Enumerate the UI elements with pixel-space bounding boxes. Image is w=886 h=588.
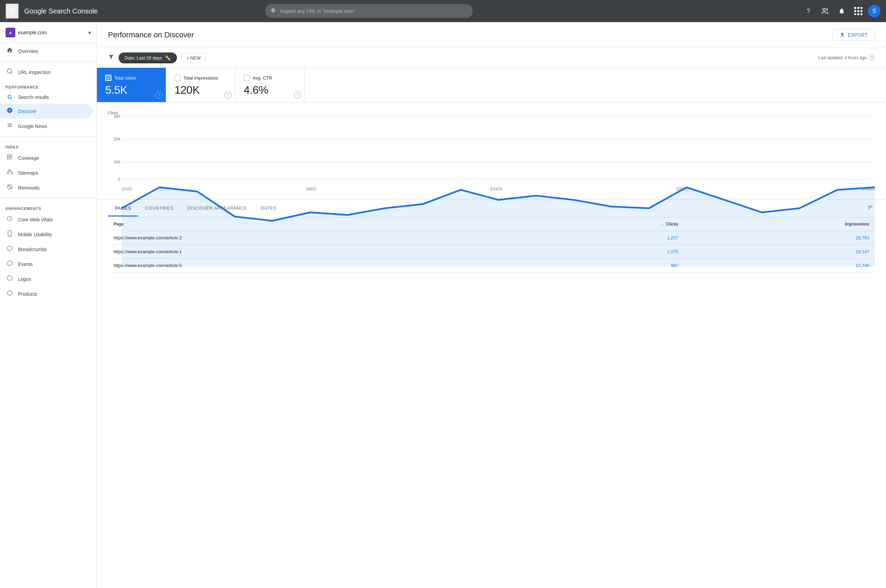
sidebar-item-label-overview: Overview [18,48,38,54]
chart-container: 500 334 166 0 [108,116,875,185]
edit-icon: ✏️ [165,55,171,60]
sidebar-item-removals[interactable]: Removals [0,180,92,195]
divider [0,62,96,62]
chevron-down-icon: ▾ [88,29,91,36]
index-section-label: Index [0,140,96,150]
topbar-actions: ? S [802,4,880,18]
breadcrumbs-icon [6,245,14,253]
new-filter-button[interactable]: + NEW [181,53,206,63]
cwv-icon [6,216,14,224]
sidebar-item-label-search-results: Search results [18,94,49,100]
menu-icon[interactable]: ☰ [6,3,19,19]
sitemaps-icon [6,169,14,177]
metrics-row: ✓ Total clicks 5.5K ? Total impressions … [97,68,886,102]
metric-label-clicks: Total clicks [114,75,136,81]
sidebar-item-discover[interactable]: Discover [0,104,92,118]
sidebar-item-label-products: Products [18,291,37,297]
metric-help-impressions[interactable]: ? [225,92,232,99]
logo-text: Google Search Console [24,7,98,15]
export-button[interactable]: EXPORT [832,29,875,41]
metric-checkbox-ctr [244,75,250,81]
search-input[interactable] [280,8,467,14]
help-icon[interactable]: ? [802,4,815,18]
avatar[interactable]: S [868,5,880,17]
new-filter-label: + NEW [186,56,201,60]
search-bar[interactable]: 🔍 [265,4,473,18]
y-tick-166: 166 [108,160,120,164]
metric-help-clicks[interactable]: ? [155,92,162,99]
svg-marker-15 [7,261,12,266]
filter-icon [108,54,114,62]
chart-y-label: Clicks [108,111,875,115]
search-icon [6,68,14,76]
svg-rect-4 [10,154,12,157]
sidebar-item-search-results[interactable]: G Search results [0,91,92,104]
search-icon: 🔍 [271,8,278,15]
date-filter-chip[interactable]: Date: Last 28 days ✏️ [118,52,177,63]
property-selector[interactable]: e example.com ▾ [0,22,96,43]
home-icon [6,47,14,56]
bell-icon[interactable] [835,4,848,18]
sidebar-item-url-inspection[interactable]: URL inspection [0,64,92,80]
last-updated: Last updated: 4 hours ago ? [818,55,875,61]
svg-point-0 [823,8,826,11]
metric-avg-ctr[interactable]: Avg. CTR 4.6% ? [235,68,305,102]
metric-label-ctr: Avg. CTR [253,75,272,81]
metric-value-ctr: 4.6% [244,84,296,96]
svg-marker-17 [7,291,12,296]
metric-value-clicks: 5.5K [105,84,158,96]
events-icon [6,260,14,268]
svg-marker-16 [7,276,12,281]
sidebar: e example.com ▾ Overview URL inspection … [0,22,97,588]
chart-area: Clicks 500 334 166 0 [97,102,886,200]
sidebar-item-label-removals: Removals [18,185,39,190]
sidebar-item-breadcrumbs[interactable]: Breadcrumbs [0,242,92,256]
layout: e example.com ▾ Overview URL inspection … [0,22,886,588]
divider-2 [0,136,96,136]
page-title: Performance on Discover [108,30,194,39]
sidebar-item-sitemaps[interactable]: Sitemaps [0,165,92,180]
performance-section-label: Performance [0,80,96,91]
topbar: ☰ Google Search Console 🔍 ? S [0,0,886,22]
svg-rect-8 [11,172,12,174]
sidebar-item-label-breadcrumbs: Breadcrumbs [18,247,47,252]
sidebar-item-mobile-usability[interactable]: Mobile Usability [0,227,92,242]
sidebar-item-core-web-vitals[interactable]: Core Web Vitals [0,212,92,227]
coverage-icon [6,154,14,162]
sidebar-item-products[interactable]: Products [0,286,92,301]
sidebar-item-label-events: Events [18,261,33,267]
sidebar-item-coverage[interactable]: Coverage [0,150,92,165]
y-tick-500: 500 [108,114,120,118]
sidebar-item-label-cwv: Core Web Vitals [18,217,53,222]
sidebar-item-label-coverage: Coverage [18,155,39,161]
products-icon [6,290,14,298]
svg-rect-6 [7,172,9,174]
metric-value-impressions: 120K [174,84,227,96]
sidebar-item-overview[interactable]: Overview [0,43,92,59]
main-header: Performance on Discover EXPORT [97,22,886,48]
main-content: Performance on Discover EXPORT Date: Las… [97,22,886,588]
divider-3 [0,198,96,198]
sidebar-item-events[interactable]: Events [0,256,92,272]
metric-total-impressions[interactable]: Total impressions 120K ? [166,68,235,102]
svg-point-1 [7,69,11,73]
sidebar-item-label-mobile-usability: Mobile Usability [18,232,52,237]
sidebar-item-google-news[interactable]: Google News [0,118,92,134]
sidebar-item-label-logos: Logos [18,276,31,282]
sidebar-item-label-url-inspection: URL inspection [18,69,51,75]
discover-icon [6,107,14,115]
apps-icon[interactable] [851,4,865,18]
property-icon: e [6,28,15,38]
svg-rect-5 [7,158,9,159]
y-tick-0: 0 [108,177,120,181]
svg-rect-3 [7,154,9,157]
google-g-icon: G [6,94,14,100]
date-filter-label: Date: Last 28 days [125,56,162,60]
metric-checkbox-clicks: ✓ [105,75,111,81]
metric-total-clicks[interactable]: ✓ Total clicks 5.5K ? [97,68,166,102]
users-icon[interactable] [818,4,832,18]
help-circle-icon: ? [869,55,875,61]
sidebar-item-logos[interactable]: Logos [0,272,92,286]
sidebar-item-label-sitemaps: Sitemaps [18,170,38,176]
metric-help-ctr[interactable]: ? [294,92,301,99]
